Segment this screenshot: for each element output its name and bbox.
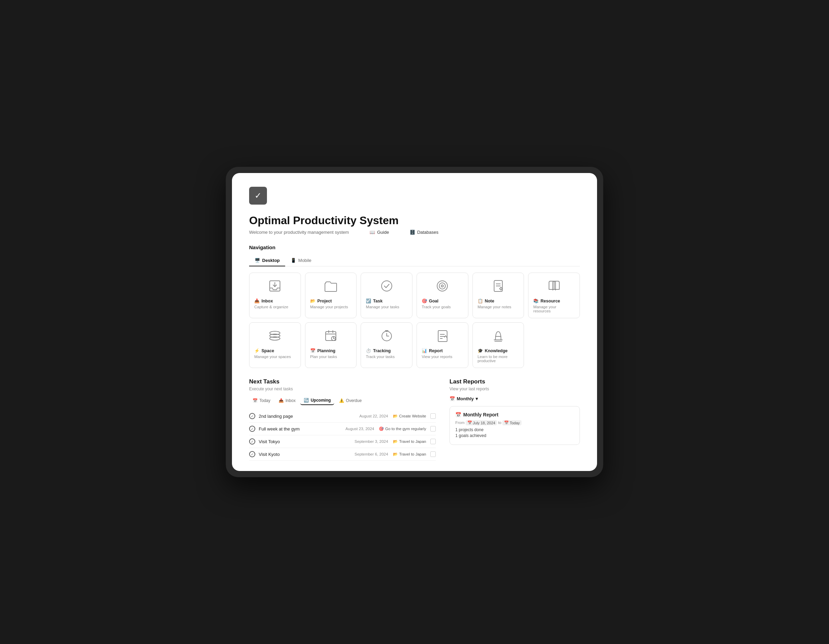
subtitle-row: Welcome to your productivity management …	[249, 230, 580, 235]
nav-card-inbox[interactable]: 📥 Inbox Capture & organize	[249, 273, 301, 318]
tab-mobile[interactable]: 📱 Mobile	[285, 255, 317, 267]
task-check-icon[interactable]: ✓	[249, 451, 255, 457]
upcoming-icon: ↪️	[304, 398, 309, 402]
inbox-card-desc: Capture & organize	[254, 305, 296, 309]
project-big-icon	[310, 278, 352, 294]
space-card-desc: Manage your spaces	[254, 355, 296, 359]
project-name-icon: 📂	[310, 298, 316, 303]
planning-big-icon	[310, 328, 352, 343]
table-row: ✓ Full week at the gym August 23, 2024 🎯…	[249, 423, 436, 435]
note-card-name: 📋 Note	[478, 298, 519, 303]
nav-card-task[interactable]: ☑️ Task Manage your tasks	[361, 273, 413, 318]
calendar-icon: 📅	[449, 396, 455, 401]
knowledge-card-name: 🎓 Knowledge	[478, 348, 519, 353]
project-icon3: 📂	[393, 452, 398, 456]
nav-card-project[interactable]: 📂 Project Manage your projects	[305, 273, 357, 318]
task-card-desc: Manage your tasks	[366, 305, 407, 309]
calendar-from-icon: 📅	[467, 420, 472, 425]
svg-point-2	[381, 281, 392, 291]
task-big-icon	[366, 278, 407, 294]
databases-icon: 🗄️	[410, 230, 415, 235]
knowledge-card-desc: Learn to be more productive	[478, 355, 519, 363]
guide-link[interactable]: 📖 Guide	[370, 230, 389, 235]
knowledge-name-icon: 🎓	[478, 348, 483, 353]
nav-card-note[interactable]: 📋 Note Manage your notes	[473, 273, 524, 318]
inbox-card-name: 📥 Inbox	[254, 298, 296, 303]
task-card-name: ☑️ Task	[366, 298, 407, 303]
report-stat-1: 1 projects done	[455, 428, 574, 432]
overdue-icon: ⚠️	[339, 398, 344, 403]
task-name: Visit Kyoto	[259, 452, 355, 457]
reports-title: Last Reports	[449, 378, 580, 385]
task-list: ✓ 2nd landing page August 22, 2024 📂 Cre…	[249, 410, 436, 461]
reports-subtitle: View your last reports	[449, 387, 580, 391]
table-row: ✓ Visit Tokyo September 3, 2024 📂 Travel…	[249, 435, 436, 448]
nav-card-space[interactable]: ⚡ Space Manage your spaces	[249, 322, 301, 368]
task-date: September 3, 2024	[355, 439, 388, 444]
task-project: 📂 Travel to Japan	[393, 439, 426, 444]
guide-icon: 📖	[370, 230, 375, 235]
table-row: ✓ 2nd landing page August 22, 2024 📂 Cre…	[249, 410, 436, 423]
nav-card-knowledge[interactable]: 🎓 Knowledge Learn to be more productive	[473, 322, 524, 368]
task-name: Full week at the gym	[259, 426, 345, 431]
tab-inbox[interactable]: 📥 Inbox	[275, 396, 299, 405]
space-big-icon	[254, 328, 296, 343]
monthly-selector[interactable]: 📅 Monthly ▾	[449, 396, 580, 401]
report-date: From 📅 July 18, 2024 to 📅 Today	[455, 420, 574, 425]
svg-rect-13	[326, 331, 336, 341]
svg-point-5	[441, 285, 443, 287]
tab-upcoming[interactable]: ↪️ Upcoming	[300, 396, 334, 405]
svg-point-4	[439, 283, 445, 289]
task-checkbox[interactable]	[430, 439, 436, 444]
screen: ✓ Optimal Productivity System Welcome to…	[232, 173, 597, 471]
task-check-icon[interactable]: ✓	[249, 438, 255, 445]
nav-card-resource[interactable]: 📚 Resource Manage your resources	[528, 273, 580, 318]
nav-card-goal[interactable]: 🎯 Goal Track your goals	[416, 273, 468, 318]
task-name: Visit Tokyo	[259, 439, 355, 444]
tab-today[interactable]: 📅 Today	[249, 396, 274, 405]
tracking-card-desc: Track your tasks	[366, 355, 407, 359]
task-date: August 22, 2024	[359, 414, 388, 418]
task-name-icon: ☑️	[366, 298, 371, 303]
desktop-icon: 🖥️	[255, 258, 260, 263]
planning-card-name: 📅 Planning	[310, 348, 352, 353]
task-checkbox[interactable]	[430, 426, 436, 431]
goal-name-icon: 🎯	[422, 298, 427, 303]
task-project: 📂 Travel to Japan	[393, 452, 426, 456]
goal-icon: 🎯	[379, 426, 384, 431]
report-card-name: 📊 Report	[422, 348, 463, 353]
tracking-big-icon	[366, 328, 407, 343]
task-checkbox[interactable]	[430, 451, 436, 457]
inbox-tab-icon: 📥	[279, 398, 284, 403]
nav-card-tracking[interactable]: ⏱️ Tracking Track your tasks	[361, 322, 413, 368]
chevron-down-icon: ▾	[476, 396, 478, 401]
tab-desktop[interactable]: 🖥️ Desktop	[249, 255, 285, 267]
report-card: 📅 Monthly Report From 📅 July 18, 2024 to…	[449, 406, 580, 445]
empty-card	[528, 322, 580, 368]
resource-big-icon	[533, 278, 575, 294]
task-check-icon[interactable]: ✓	[249, 426, 255, 432]
knowledge-big-icon	[478, 328, 519, 343]
project-icon: 📂	[393, 414, 398, 418]
next-tasks-panel: Next Tasks Execute your next tasks 📅 Tod…	[249, 378, 436, 461]
report-big-icon	[422, 328, 463, 343]
databases-link[interactable]: 🗄️ Databases	[410, 230, 438, 235]
mobile-icon: 📱	[291, 258, 296, 263]
today-icon: 📅	[252, 398, 258, 403]
navigation-title: Navigation	[249, 245, 580, 250]
report-name-icon: 📊	[422, 348, 427, 353]
nav-card-report[interactable]: 📊 Report View your reports	[416, 322, 468, 368]
task-checkbox[interactable]	[430, 413, 436, 419]
task-tabs: 📅 Today 📥 Inbox ↪️ Upcoming ⚠️ Overdue	[249, 396, 436, 405]
resource-name-icon: 📚	[533, 298, 539, 303]
goal-card-desc: Track your goals	[422, 305, 463, 309]
task-project: 🎯 Go to the gym regularly	[379, 426, 426, 431]
note-name-icon: 📋	[478, 298, 483, 303]
task-check-icon[interactable]: ✓	[249, 413, 255, 419]
project-card-name: 📂 Project	[310, 298, 352, 303]
tab-overdue[interactable]: ⚠️ Overdue	[336, 396, 365, 405]
nav-card-planning[interactable]: 📅 Planning Plan your tasks	[305, 322, 357, 368]
inbox-name-icon: 📥	[254, 298, 260, 303]
app-logo: ✓	[249, 187, 267, 205]
space-card-name: ⚡ Space	[254, 348, 296, 353]
